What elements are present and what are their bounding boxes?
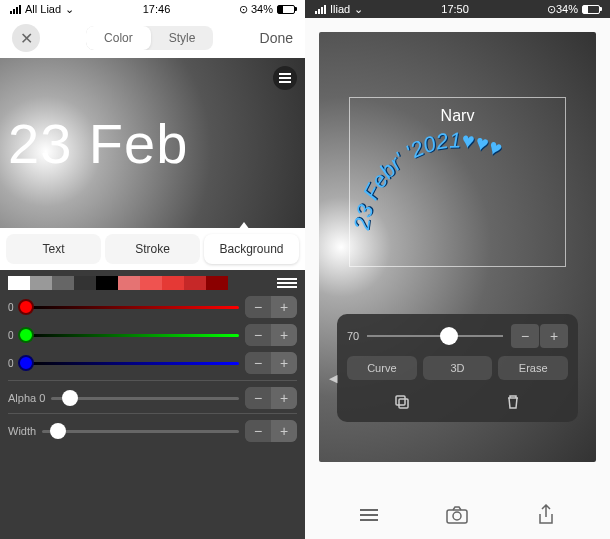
svg-text:23 Febr' '2021♥♥♥: 23 Febr' '2021♥♥♥ [349, 127, 506, 232]
svg-rect-2 [399, 399, 408, 408]
slider-red[interactable] [26, 306, 239, 309]
stepper-alpha: −+ [245, 387, 297, 409]
copy-icon[interactable] [392, 392, 412, 412]
slider-width[interactable] [42, 430, 239, 433]
slider-red-thumb[interactable] [18, 299, 34, 315]
svg-point-4 [453, 512, 461, 520]
stepper-green: −+ [245, 324, 297, 346]
curved-text-svg: 23 Febr' '2021♥♥♥ [349, 97, 566, 267]
svg-rect-1 [396, 396, 405, 405]
chevron-left-icon[interactable]: ◀ [329, 372, 337, 385]
swatch-red1[interactable] [118, 276, 140, 290]
carrier-label: Iliad [330, 3, 350, 15]
tab-text[interactable]: Text [6, 234, 101, 264]
tab-stroke[interactable]: Stroke [105, 234, 200, 264]
top-bar: ✕ Color Style Done [0, 18, 305, 58]
close-button[interactable]: ✕ [12, 24, 40, 52]
swatch-white[interactable] [8, 276, 30, 290]
signal-icon [315, 5, 326, 14]
control-slider-thumb[interactable] [440, 327, 458, 345]
date-overlay: 23 Feb [8, 111, 188, 176]
canvas-menu-icon[interactable] [273, 66, 297, 90]
alpha-label: Alpha 0 [8, 392, 45, 404]
green-minus-button[interactable]: − [245, 324, 271, 346]
blue-minus-button[interactable]: − [245, 352, 271, 374]
swatch-red3[interactable] [162, 276, 184, 290]
segment-style[interactable]: Style [151, 26, 214, 50]
segment-control: Color Style [86, 26, 213, 50]
phone-right: Iliad ⌄ 17:50 ⊙34% Narv 23 Febr' '2021♥♥… [305, 0, 610, 539]
width-plus-button[interactable]: + [271, 420, 297, 442]
swatch-black[interactable] [96, 276, 118, 290]
green-plus-button[interactable]: + [271, 324, 297, 346]
slider-green-row: 0 −+ [8, 324, 297, 346]
blue-plus-button[interactable]: + [271, 352, 297, 374]
alpha-plus-button[interactable]: + [271, 387, 297, 409]
edit-canvas[interactable]: 23 Feb [0, 58, 305, 228]
done-button[interactable]: Done [260, 30, 293, 46]
bottom-bar [305, 491, 610, 539]
alpha-minus-button[interactable]: − [245, 387, 271, 409]
slider-green[interactable] [26, 334, 239, 337]
phone-left: All Liad ⌄ 17:46 ⊙ 34% ✕ Color Style Don… [0, 0, 305, 539]
status-bar-left: All Liad ⌄ 17:46 ⊙ 34% [0, 0, 305, 18]
signal-icon [10, 5, 21, 14]
battery-percent: ⊙34% [547, 3, 578, 16]
control-stepper: −+ [511, 324, 568, 348]
slider-width-thumb[interactable] [50, 423, 66, 439]
swatch-gray2[interactable] [52, 276, 74, 290]
slider-alpha[interactable] [51, 397, 239, 400]
property-tabs: Text Stroke Background [0, 228, 305, 270]
color-panel: 0 −+ 0 −+ 0 −+ Alpha 0 −+ Width −+ [0, 270, 305, 539]
clock-label: 17:46 [143, 3, 171, 15]
width-minus-button[interactable]: − [245, 420, 271, 442]
swatch-red5[interactable] [206, 276, 228, 290]
wifi-icon: ⌄ [65, 3, 74, 16]
slider-red-row: 0 −+ [8, 296, 297, 318]
width-label: Width [8, 425, 36, 437]
swatch-gray[interactable] [30, 276, 52, 290]
control-tabs: Curve 3D Erase [347, 356, 568, 380]
alpha-row: Alpha 0 −+ [8, 380, 297, 409]
red-plus-button[interactable]: + [271, 296, 297, 318]
swatch-row [8, 276, 297, 290]
camera-icon[interactable] [445, 503, 469, 527]
control-icons [347, 388, 568, 412]
swatch-menu-icon[interactable] [277, 278, 297, 288]
carrier-label: All Liad [25, 3, 61, 15]
stepper-red: −+ [245, 296, 297, 318]
slider-blue[interactable] [26, 362, 239, 365]
tab-curve[interactable]: Curve [347, 356, 417, 380]
stepper-width: −+ [245, 420, 297, 442]
segment-color[interactable]: Color [86, 26, 151, 50]
share-icon[interactable] [534, 503, 558, 527]
trash-icon[interactable] [503, 392, 523, 412]
battery-icon [277, 5, 295, 14]
battery-percent: ⊙ 34% [239, 3, 273, 16]
control-minus-button[interactable]: − [511, 324, 539, 348]
tab-erase[interactable]: Erase [498, 356, 568, 380]
control-value: 70 [347, 330, 359, 342]
slider-blue-row: 0 −+ [8, 352, 297, 374]
control-slider-row: 70 −+ [347, 324, 568, 348]
status-bar-right: Iliad ⌄ 17:50 ⊙34% [305, 0, 610, 18]
wifi-icon: ⌄ [354, 3, 363, 16]
swatch-red4[interactable] [184, 276, 206, 290]
swatch-gray3[interactable] [74, 276, 96, 290]
control-panel: ◀ 70 −+ Curve 3D Erase [337, 314, 578, 422]
clock-label: 17:50 [441, 3, 469, 15]
battery-icon [582, 5, 600, 14]
menu-icon[interactable] [357, 503, 381, 527]
red-minus-button[interactable]: − [245, 296, 271, 318]
width-row: Width −+ [8, 413, 297, 442]
control-slider[interactable] [367, 335, 503, 337]
swatch-red2[interactable] [140, 276, 162, 290]
slider-alpha-thumb[interactable] [62, 390, 78, 406]
slider-blue-thumb[interactable] [18, 355, 34, 371]
slider-green-thumb[interactable] [18, 327, 34, 343]
tab-background[interactable]: Background [204, 234, 299, 264]
tab-3d[interactable]: 3D [423, 356, 493, 380]
right-canvas[interactable]: Narv 23 Febr' '2021♥♥♥ ◀ 70 −+ Curve 3D … [319, 32, 596, 462]
stepper-blue: −+ [245, 352, 297, 374]
control-plus-button[interactable]: + [540, 324, 568, 348]
